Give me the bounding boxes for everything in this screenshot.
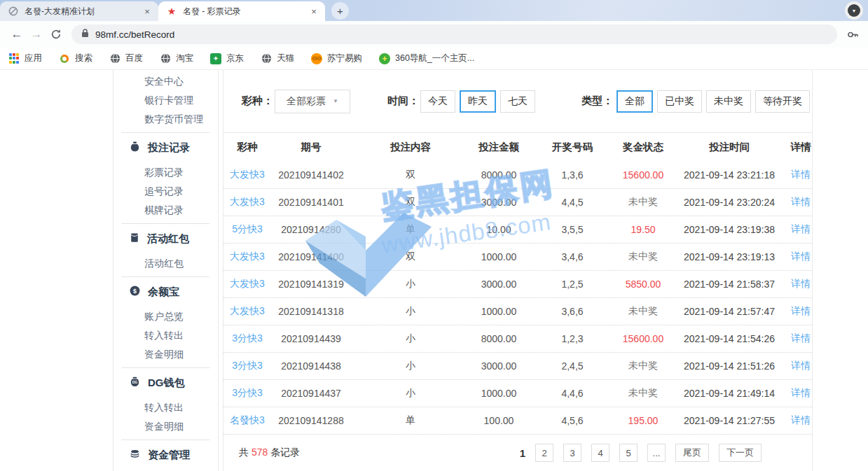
- lottery-link[interactable]: 大发快3: [223, 169, 271, 181]
- lottery-link[interactable]: 3分快3: [223, 332, 271, 345]
- lottery-link[interactable]: 大发快3: [223, 278, 271, 290]
- current-page: 1: [520, 447, 525, 459]
- suning-lion-icon: ʘʘ: [311, 53, 322, 64]
- lottery-link[interactable]: 大发快3: [223, 196, 271, 209]
- page-button-2[interactable]: 2: [535, 444, 553, 462]
- detail-link[interactable]: 详情: [790, 305, 812, 318]
- detail-link[interactable]: 详情: [790, 278, 812, 290]
- lottery-link[interactable]: 5分快3: [223, 223, 271, 236]
- time-filter-七天[interactable]: 七天: [500, 90, 535, 113]
- detail-link[interactable]: 详情: [790, 223, 812, 236]
- sidebar-item-彩票记录[interactable]: 彩票记录: [113, 163, 218, 182]
- apps-grid-icon: [8, 53, 20, 64]
- numbers-cell: 1,2,5: [528, 279, 617, 290]
- tab-close-icon[interactable]: ×: [142, 6, 153, 17]
- search-ring-icon: [59, 53, 70, 64]
- lottery-link[interactable]: 名發快3: [223, 414, 271, 427]
- address-bar[interactable]: 98mf.cc/betRecord: [71, 24, 837, 44]
- sidebar-item-资金明细[interactable]: 资金明细: [113, 417, 218, 436]
- forward-icon[interactable]: →: [27, 24, 46, 44]
- sidebar-section-DG钱包[interactable]: DGDG钱包: [113, 372, 218, 394]
- apps-shortcut[interactable]: 应用: [8, 52, 42, 64]
- bookmark-item[interactable]: ʘʘ苏宁易购: [311, 52, 362, 64]
- page-button-...[interactable]: ...: [647, 444, 666, 462]
- detail-link[interactable]: 详情: [790, 414, 812, 427]
- table-row: 大发快3202109141400双1000.003,4,6未中奖2021-09-…: [223, 243, 812, 270]
- lottery-link[interactable]: 大发快3: [223, 305, 271, 318]
- page-button-5[interactable]: 5: [619, 444, 638, 462]
- sidebar-item-转入转出[interactable]: 转入转出: [113, 326, 218, 345]
- sidebar-item-活动红包[interactable]: 活动红包: [113, 254, 218, 273]
- table-row: 3分快320210914438小3000.002,4,5未中奖2021-09-1…: [223, 352, 812, 379]
- record-count: 578: [252, 447, 268, 458]
- lottery-filter-label: 彩种：: [242, 94, 273, 108]
- sidebar-item-转入转出[interactable]: 转入转出: [113, 398, 218, 417]
- browser-tab[interactable]: 名發-大发精准计划 ×: [0, 1, 158, 21]
- page-button-4[interactable]: 4: [591, 444, 609, 462]
- sidebar-section-余额宝[interactable]: $余额宝: [113, 281, 218, 303]
- sidebar-item-银行卡管理[interactable]: 银行卡管理: [113, 91, 218, 110]
- time-filter-昨天[interactable]: 昨天: [460, 90, 496, 113]
- sidebar-item-数字货币管理[interactable]: 数字货币管理: [113, 110, 218, 129]
- prize-cell: 15600.00: [617, 333, 669, 344]
- sidebar-item-棋牌记录[interactable]: 棋牌记录: [113, 201, 218, 220]
- detail-link[interactable]: 详情: [790, 387, 812, 400]
- column-header: 投注金额: [470, 141, 528, 154]
- period-cell: 202109141402: [271, 169, 351, 181]
- sidebar-item-资金明细[interactable]: 资金明细: [113, 345, 218, 364]
- table-row: 名發快3202109141288单100.004,5,6195.002021-0…: [223, 407, 812, 434]
- time-filter-group: 今天昨天七天: [420, 90, 535, 113]
- tab-title: 名發 - 彩票记录: [183, 6, 304, 17]
- period-cell: 20210914438: [271, 360, 351, 372]
- reload-icon[interactable]: [46, 24, 66, 44]
- type-filter-未中奖[interactable]: 未中奖: [706, 90, 751, 113]
- type-filter-全部[interactable]: 全部: [616, 90, 653, 113]
- key-icon[interactable]: [844, 29, 861, 41]
- content-cell: 小: [351, 278, 470, 290]
- bookmark-item[interactable]: 淘宝: [160, 52, 193, 64]
- sidebar-item-账户总览[interactable]: 账户总览: [113, 307, 218, 326]
- bookmark-item[interactable]: +360导航_一个主页...: [379, 52, 474, 64]
- sidebar-divider: [122, 223, 209, 224]
- type-filter-group: 全部已中奖未中奖等待开奖: [616, 90, 810, 113]
- tab-close-icon[interactable]: ×: [308, 6, 319, 17]
- time-cell: 2021-09-14 21:49:14: [669, 388, 790, 399]
- back-icon[interactable]: ←: [7, 24, 27, 44]
- bookmark-item[interactable]: 搜索: [59, 52, 92, 64]
- next-page-button[interactable]: 下一页: [719, 444, 762, 462]
- sidebar-section-活动红包[interactable]: 活动红包: [113, 227, 218, 250]
- numbers-cell: 4,4,6: [528, 388, 617, 399]
- period-cell: 202109141318: [271, 306, 351, 317]
- sidebar-section-label: DG钱包: [148, 377, 185, 390]
- bookmark-label: 天猫: [277, 52, 294, 64]
- browser-tab-active[interactable]: ★ 名發 - 彩票记录 ×: [158, 1, 325, 21]
- bookmark-label: 淘宝: [176, 52, 193, 64]
- tray-widget[interactable]: ▼: [845, 1, 863, 20]
- lottery-select[interactable]: 全部彩票 ▼: [275, 90, 350, 113]
- sidebar-divider: [122, 440, 209, 440]
- sidebar-section-投注记录[interactable]: 投注记录: [113, 136, 218, 159]
- last-page-button[interactable]: 尾页: [675, 444, 709, 462]
- detail-link[interactable]: 详情: [790, 196, 812, 209]
- bookmark-item[interactable]: 天猫: [261, 52, 294, 64]
- detail-link[interactable]: 详情: [790, 360, 812, 372]
- sidebar-item-追号记录[interactable]: 追号记录: [113, 182, 218, 201]
- bookmark-item[interactable]: ✦京东: [210, 52, 244, 64]
- lottery-link[interactable]: 3分快3: [223, 360, 271, 372]
- lottery-link[interactable]: 大发快3: [223, 251, 271, 263]
- sidebar-section-资金管理[interactable]: 资金管理: [113, 444, 218, 466]
- detail-link[interactable]: 详情: [790, 169, 812, 181]
- detail-link[interactable]: 详情: [790, 251, 812, 263]
- period-cell: 202109141400: [271, 251, 351, 262]
- page-button-3[interactable]: 3: [563, 444, 581, 462]
- sidebar-item-安全中心[interactable]: 安全中心: [113, 72, 218, 91]
- bookmark-item[interactable]: 百度: [109, 52, 143, 64]
- time-filter-今天[interactable]: 今天: [420, 90, 455, 113]
- lottery-link[interactable]: 3分快3: [223, 387, 271, 400]
- content-cell: 双: [351, 169, 470, 181]
- detail-link[interactable]: 详情: [790, 332, 812, 345]
- new-tab-button[interactable]: +: [331, 2, 349, 20]
- prize-cell: 15600.00: [617, 169, 669, 181]
- type-filter-已中奖[interactable]: 已中奖: [657, 90, 702, 113]
- type-filter-等待开奖[interactable]: 等待开奖: [755, 90, 810, 113]
